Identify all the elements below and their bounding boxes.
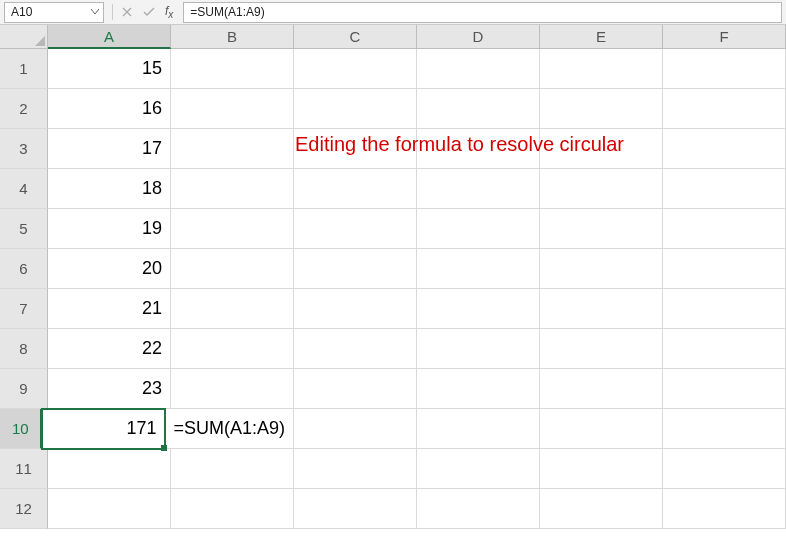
confirm-icon[interactable] xyxy=(141,4,157,20)
column-header-e[interactable]: E xyxy=(540,25,663,49)
cell-c8[interactable] xyxy=(294,329,417,369)
cell-c7[interactable] xyxy=(294,289,417,329)
cell-a2[interactable]: 16 xyxy=(48,89,171,129)
cell-b3[interactable] xyxy=(171,129,294,169)
cell-f3[interactable] xyxy=(663,129,786,169)
row-header-7[interactable]: 7 xyxy=(0,289,48,329)
cell-d1[interactable] xyxy=(417,49,540,89)
cell-e5[interactable] xyxy=(540,209,663,249)
cell-f11[interactable] xyxy=(663,449,786,489)
row-header-12[interactable]: 12 xyxy=(0,489,48,529)
column-header-d[interactable]: D xyxy=(417,25,540,49)
cell-a8[interactable]: 22 xyxy=(48,329,171,369)
cell-a9[interactable]: 23 xyxy=(48,369,171,409)
cell-d4[interactable] xyxy=(417,169,540,209)
cell-e10[interactable] xyxy=(540,409,663,449)
name-box-value: A10 xyxy=(5,5,87,19)
chevron-down-icon[interactable] xyxy=(87,9,103,15)
cell-e6[interactable] xyxy=(540,249,663,289)
cell-b9[interactable] xyxy=(171,369,294,409)
row-header-9[interactable]: 9 xyxy=(0,369,48,409)
cell-f1[interactable] xyxy=(663,49,786,89)
cell-a6[interactable]: 20 xyxy=(48,249,171,289)
cell-e12[interactable] xyxy=(540,489,663,529)
cell-f4[interactable] xyxy=(663,169,786,209)
cell-c12[interactable] xyxy=(294,489,417,529)
cell-b12[interactable] xyxy=(171,489,294,529)
cell-c10[interactable] xyxy=(294,409,417,449)
cell-e2[interactable] xyxy=(540,89,663,129)
cell-b5[interactable] xyxy=(171,209,294,249)
cell-c9[interactable] xyxy=(294,369,417,409)
cell-a5[interactable]: 19 xyxy=(48,209,171,249)
cell-f10[interactable] xyxy=(663,409,786,449)
grid-row: 418 xyxy=(0,169,786,209)
cell-b6[interactable] xyxy=(171,249,294,289)
row-header-4[interactable]: 4 xyxy=(0,169,48,209)
column-header-f[interactable]: F xyxy=(663,25,786,49)
cell-e1[interactable] xyxy=(540,49,663,89)
cell-a11[interactable] xyxy=(48,449,171,489)
row-header-10[interactable]: 10 xyxy=(0,409,42,449)
fill-handle[interactable] xyxy=(161,445,167,451)
cell-a7[interactable]: 21 xyxy=(48,289,171,329)
row-header-3[interactable]: 3 xyxy=(0,129,48,169)
cell-f9[interactable] xyxy=(663,369,786,409)
cell-d11[interactable] xyxy=(417,449,540,489)
cell-a3[interactable]: 17 xyxy=(48,129,171,169)
cell-b4[interactable] xyxy=(171,169,294,209)
row-header-2[interactable]: 2 xyxy=(0,89,48,129)
row-header-8[interactable]: 8 xyxy=(0,329,48,369)
cell-f8[interactable] xyxy=(663,329,786,369)
column-header-a[interactable]: A xyxy=(48,25,171,49)
cell-c6[interactable] xyxy=(294,249,417,289)
cell-c5[interactable] xyxy=(294,209,417,249)
cell-e7[interactable] xyxy=(540,289,663,329)
cell-d2[interactable] xyxy=(417,89,540,129)
name-box[interactable]: A10 xyxy=(4,2,104,23)
cell-b10[interactable]: =SUM(A1:A9) xyxy=(165,409,294,449)
formula-bar-controls: fx xyxy=(112,4,175,20)
cell-e11[interactable] xyxy=(540,449,663,489)
select-all-corner[interactable] xyxy=(0,25,48,49)
row-header-5[interactable]: 5 xyxy=(0,209,48,249)
cell-b7[interactable] xyxy=(171,289,294,329)
cell-d8[interactable] xyxy=(417,329,540,369)
row-header-11[interactable]: 11 xyxy=(0,449,48,489)
formula-input[interactable]: =SUM(A1:A9) xyxy=(183,2,782,23)
cell-c2[interactable] xyxy=(294,89,417,129)
cell-e8[interactable] xyxy=(540,329,663,369)
cell-b1[interactable] xyxy=(171,49,294,89)
fx-icon[interactable]: fx xyxy=(163,4,175,20)
cell-d6[interactable] xyxy=(417,249,540,289)
cell-c11[interactable] xyxy=(294,449,417,489)
cell-d10[interactable] xyxy=(417,409,540,449)
cell-d7[interactable] xyxy=(417,289,540,329)
grid-row: 216 xyxy=(0,89,786,129)
cell-b8[interactable] xyxy=(171,329,294,369)
column-header-c[interactable]: C xyxy=(294,25,417,49)
cell-f6[interactable] xyxy=(663,249,786,289)
row-header-1[interactable]: 1 xyxy=(0,49,48,89)
cell-d9[interactable] xyxy=(417,369,540,409)
cell-a1[interactable]: 15 xyxy=(48,49,171,89)
cancel-icon[interactable] xyxy=(119,4,135,20)
grid-row: 923 xyxy=(0,369,786,409)
cell-c1[interactable] xyxy=(294,49,417,89)
cell-f5[interactable] xyxy=(663,209,786,249)
cell-e9[interactable] xyxy=(540,369,663,409)
cell-b11[interactable] xyxy=(171,449,294,489)
row-header-6[interactable]: 6 xyxy=(0,249,48,289)
cell-f7[interactable] xyxy=(663,289,786,329)
cell-b2[interactable] xyxy=(171,89,294,129)
cell-d12[interactable] xyxy=(417,489,540,529)
cell-a10[interactable]: 171 xyxy=(42,409,165,449)
cell-a4[interactable]: 18 xyxy=(48,169,171,209)
cell-a12[interactable] xyxy=(48,489,171,529)
cell-f2[interactable] xyxy=(663,89,786,129)
cell-f12[interactable] xyxy=(663,489,786,529)
column-header-b[interactable]: B xyxy=(171,25,294,49)
cell-d5[interactable] xyxy=(417,209,540,249)
cell-e4[interactable] xyxy=(540,169,663,209)
cell-c4[interactable] xyxy=(294,169,417,209)
